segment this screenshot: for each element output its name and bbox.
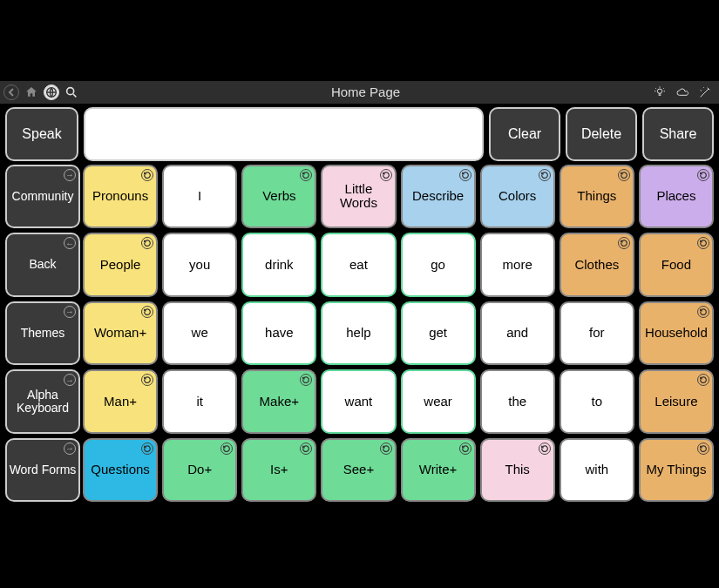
- cell-3-2[interactable]: Make+: [241, 369, 316, 434]
- cell-0-6[interactable]: Things: [560, 165, 634, 229]
- cell-label: it: [196, 395, 203, 409]
- cell-4-7[interactable]: My Things: [639, 438, 714, 503]
- cell-4-3[interactable]: See+: [321, 438, 396, 503]
- cell-0-1[interactable]: I: [162, 165, 237, 229]
- cell-3-0[interactable]: Man+: [83, 369, 158, 434]
- refresh-icon: [697, 237, 709, 249]
- cell-4-4[interactable]: Write+: [401, 438, 476, 503]
- cell-3-3[interactable]: want: [321, 369, 396, 434]
- cell-label: have: [265, 326, 294, 341]
- refresh-icon: [697, 169, 709, 181]
- nav-button-1[interactable]: Back←: [5, 233, 80, 297]
- cell-label: Leisure: [655, 395, 697, 409]
- cell-2-0[interactable]: Woman+: [83, 301, 158, 366]
- cell-2-3[interactable]: help: [321, 301, 396, 366]
- cloud-icon[interactable]: [674, 84, 691, 101]
- cell-label: Pronouns: [92, 189, 148, 204]
- search-icon[interactable]: [63, 84, 80, 101]
- cell-0-7[interactable]: Places: [639, 165, 714, 229]
- arrow-icon: →: [64, 306, 76, 318]
- message-window[interactable]: [84, 107, 484, 161]
- arrow-icon: →: [64, 374, 76, 386]
- cell-3-7[interactable]: Leisure: [639, 369, 714, 434]
- cell-0-5[interactable]: Colors: [480, 165, 555, 229]
- cell-4-6[interactable]: with: [560, 438, 634, 503]
- refresh-icon: [220, 443, 233, 455]
- cell-3-1[interactable]: it: [162, 369, 237, 434]
- cell-2-6[interactable]: for: [560, 301, 634, 366]
- home-icon[interactable]: [23, 84, 40, 101]
- arrow-icon: →: [64, 169, 76, 181]
- cell-label: Verbs: [262, 189, 295, 204]
- cell-label: help: [346, 326, 370, 341]
- cell-0-3[interactable]: Little Words: [321, 165, 396, 229]
- cell-1-5[interactable]: more: [480, 233, 555, 297]
- cell-label: Woman+: [94, 326, 146, 341]
- cell-label: for: [589, 326, 605, 341]
- cell-2-7[interactable]: Household: [639, 301, 714, 366]
- wand-icon[interactable]: [696, 84, 714, 101]
- cell-1-2[interactable]: drink: [241, 233, 316, 297]
- refresh-icon: [141, 443, 153, 455]
- back-arrow-icon[interactable]: [3, 84, 19, 100]
- cell-0-2[interactable]: Verbs: [241, 165, 316, 229]
- cell-1-3[interactable]: eat: [321, 233, 396, 297]
- cell-4-5[interactable]: This: [480, 438, 555, 503]
- arrow-icon: →: [64, 443, 76, 455]
- refresh-icon: [300, 169, 312, 181]
- cell-label: with: [585, 463, 608, 477]
- cell-2-5[interactable]: and: [480, 301, 555, 366]
- cell-1-7[interactable]: Food: [639, 233, 714, 297]
- cell-2-2[interactable]: have: [241, 301, 316, 366]
- nav-button-2[interactable]: Themes→: [5, 301, 80, 366]
- cell-0-0[interactable]: Pronouns: [83, 165, 158, 229]
- refresh-icon: [697, 374, 709, 386]
- cell-3-4[interactable]: wear: [401, 369, 476, 434]
- refresh-icon: [300, 443, 312, 455]
- cell-1-6[interactable]: Clothes: [560, 233, 634, 297]
- cell-3-6[interactable]: to: [560, 369, 634, 434]
- cell-label: This: [505, 463, 530, 477]
- cell-1-4[interactable]: go: [401, 233, 476, 297]
- nav-label: Themes: [21, 327, 65, 340]
- cell-label: People: [100, 258, 141, 273]
- nav-button-3[interactable]: Alpha Keyboard→: [5, 369, 80, 434]
- cell-label: Clothes: [574, 258, 619, 273]
- nav-button-0[interactable]: Community→: [5, 165, 80, 229]
- clear-button[interactable]: Clear: [489, 107, 560, 161]
- cell-0-4[interactable]: Describe: [401, 165, 476, 229]
- refresh-icon: [141, 169, 153, 181]
- speak-button[interactable]: Speak: [5, 107, 78, 161]
- svg-point-2: [657, 89, 661, 93]
- nav-column: Community→Back←Themes→Alpha Keyboard→Wor…: [5, 165, 80, 503]
- cell-label: Make+: [260, 395, 299, 409]
- top-row: Speak Clear Delete Share: [5, 107, 714, 161]
- cell-label: Write+: [419, 463, 457, 477]
- cell-label: Household: [645, 326, 708, 341]
- cell-label: go: [431, 258, 445, 273]
- cell-2-1[interactable]: we: [162, 301, 237, 366]
- globe-icon[interactable]: [44, 84, 59, 100]
- cell-4-1[interactable]: Do+: [162, 438, 237, 503]
- cell-2-4[interactable]: get: [401, 301, 476, 366]
- cell-4-2[interactable]: Is+: [241, 438, 316, 503]
- cell-label: Colors: [499, 189, 536, 204]
- cell-4-0[interactable]: Questions: [83, 438, 158, 503]
- cell-label: Little Words: [324, 182, 392, 211]
- cell-label: Things: [577, 189, 616, 204]
- refresh-icon: [380, 443, 392, 455]
- refresh-icon: [300, 374, 312, 386]
- refresh-icon: [141, 374, 153, 386]
- cell-label: Do+: [187, 463, 212, 477]
- refresh-icon: [459, 443, 471, 455]
- share-button[interactable]: Share: [642, 107, 714, 161]
- cell-label: we: [192, 326, 208, 341]
- cell-1-0[interactable]: People: [83, 233, 158, 297]
- svg-point-1: [67, 87, 74, 94]
- cell-3-5[interactable]: the: [480, 369, 555, 434]
- lightbulb-icon[interactable]: [651, 84, 668, 101]
- nav-button-4[interactable]: Word Forms→: [5, 438, 80, 503]
- cell-1-1[interactable]: you: [162, 233, 237, 297]
- cell-label: drink: [265, 258, 294, 273]
- delete-button[interactable]: Delete: [566, 107, 637, 161]
